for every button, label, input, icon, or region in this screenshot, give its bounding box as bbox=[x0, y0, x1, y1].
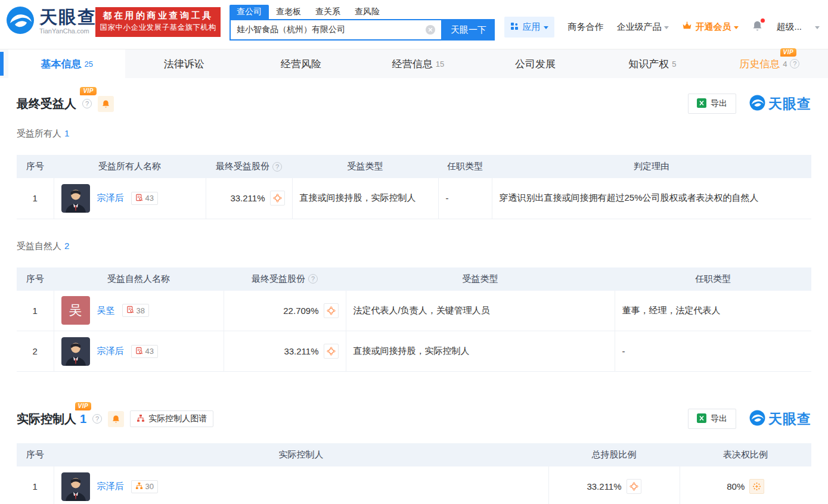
export-label: 导出 bbox=[711, 413, 727, 424]
controller-section: 实际控制人1 VIP ? 实际控制人图谱 bbox=[17, 409, 811, 504]
tianyancha-swirl-icon bbox=[6, 6, 35, 37]
controller-table: 序号 实际控制人 总持股比例 表决权比例 1 宗泽后 bbox=[17, 443, 811, 504]
subscribe-bell-icon[interactable] bbox=[98, 96, 114, 112]
col-final-share: 最终受益股份? bbox=[224, 267, 346, 291]
watermark-text: 天眼查 bbox=[768, 410, 811, 428]
graph-button-label: 实际控制人图谱 bbox=[148, 413, 207, 424]
search-input[interactable] bbox=[231, 25, 426, 35]
search-tab-company[interactable]: 查公司 bbox=[230, 5, 269, 19]
watermark-logo: 天眼查 bbox=[749, 95, 811, 113]
section-title-controller: 实际控制人 bbox=[17, 412, 76, 425]
company-tab-bar: 基本信息 25 法律诉讼 经营风险 经营信息 15 公司发展 知识产权 5 历史… bbox=[0, 49, 828, 78]
controller-graph-button[interactable]: 实际控制人图谱 bbox=[130, 410, 213, 427]
equity-structure-icon[interactable] bbox=[324, 344, 339, 359]
search-tab-risk[interactable]: 查风险 bbox=[348, 5, 387, 19]
clear-icon[interactable] bbox=[426, 25, 435, 35]
nav-cooperation[interactable]: 商务合作 bbox=[567, 21, 603, 33]
col-position-type: 任职类型 bbox=[615, 267, 811, 291]
position-type: - bbox=[438, 178, 492, 219]
search-tab-relation[interactable]: 查关系 bbox=[308, 5, 348, 19]
vip-badge: VIP bbox=[75, 402, 92, 410]
nav-open-vip[interactable]: 开通会员 bbox=[682, 21, 739, 33]
report-doc-icon bbox=[135, 194, 143, 203]
nav-enterprise[interactable]: 企业级产品 bbox=[616, 21, 669, 33]
col-owner-name: 受益所有人名称 bbox=[54, 155, 206, 178]
person-link[interactable]: 吴坚 bbox=[97, 305, 115, 316]
reason: 穿透识别出直接或间接拥有超过25%公司股权或者表决权的自然人 bbox=[492, 178, 811, 219]
report-doc-icon bbox=[126, 306, 134, 315]
col-benefit-type: 受益类型 bbox=[346, 267, 615, 291]
col-natural-name: 受益自然人名称 bbox=[54, 267, 224, 291]
person-report-badge[interactable]: 38 bbox=[122, 304, 149, 317]
chevron-down-icon bbox=[664, 26, 669, 29]
tab-intellectual-property[interactable]: 知识产权 5 bbox=[594, 49, 711, 78]
person-link[interactable]: 宗泽后 bbox=[97, 346, 124, 357]
tab-label: 历史信息 bbox=[739, 58, 780, 70]
banner-line2: 国家中小企业发展子基金旗下机构 bbox=[95, 23, 221, 33]
tab-company-development[interactable]: 公司发展 bbox=[477, 49, 594, 78]
tab-history-info[interactable]: 历史信息 VIP 4 ? bbox=[711, 49, 828, 78]
person-link[interactable]: 宗泽后 bbox=[97, 481, 124, 492]
search-tab-boss[interactable]: 查老板 bbox=[269, 5, 308, 19]
orgchart-icon bbox=[135, 482, 143, 491]
benefit-type: 直接或间接持股，实际控制人 bbox=[292, 178, 438, 219]
owners-table: 序号 受益所有人名称 最终受益股份? 受益类型 任职类型 判定理由 1 bbox=[17, 155, 811, 219]
help-icon[interactable]: ? bbox=[82, 99, 92, 108]
avatar[interactable]: 吴 bbox=[61, 296, 90, 325]
col-total-share: 总持股比例 bbox=[548, 443, 680, 466]
naturals-label: 受益自然人2 bbox=[17, 241, 811, 252]
table-row: 1 宗泽后 43 bbox=[17, 178, 811, 219]
tianyancha-logo[interactable]: 天眼查 TianYanCha.com bbox=[6, 6, 97, 37]
equity-structure-icon[interactable] bbox=[324, 303, 339, 318]
naturals-count: 2 bbox=[64, 241, 69, 251]
orgchart-icon bbox=[137, 414, 145, 424]
help-icon[interactable]: ? bbox=[790, 59, 799, 69]
help-icon[interactable]: ? bbox=[272, 162, 282, 172]
tab-count: 4 bbox=[783, 60, 787, 69]
person-report-badge[interactable]: 43 bbox=[131, 345, 158, 358]
help-icon[interactable]: ? bbox=[308, 274, 318, 284]
person-link[interactable]: 宗泽后 bbox=[97, 192, 124, 204]
tab-legal[interactable]: 法律诉讼 bbox=[125, 49, 242, 78]
help-icon[interactable]: ? bbox=[92, 414, 102, 424]
owners-label-text: 受益所有人 bbox=[17, 128, 61, 138]
person-graph-badge[interactable]: 30 bbox=[131, 480, 158, 493]
col-reason: 判定理由 bbox=[492, 155, 811, 178]
person-report-badge[interactable]: 43 bbox=[131, 192, 158, 205]
search-module: 查公司 查老板 查关系 查风险 天眼一下 bbox=[230, 4, 495, 41]
tianyancha-swirl-icon bbox=[749, 95, 765, 113]
row-no: 1 bbox=[17, 291, 54, 331]
col-controller: 实际控制人 bbox=[54, 443, 548, 466]
apps-menu[interactable]: 应用 bbox=[504, 17, 554, 38]
tab-count: 25 bbox=[84, 60, 92, 69]
voting-rights-icon[interactable] bbox=[749, 479, 764, 494]
report-doc-icon bbox=[135, 347, 143, 356]
avatar[interactable] bbox=[61, 472, 90, 501]
share-value: 22.709% bbox=[283, 306, 318, 316]
equity-structure-icon[interactable] bbox=[627, 479, 641, 494]
owners-label: 受益所有人1 bbox=[17, 128, 811, 139]
top-nav: 应用 商务合作 企业级产品 开通会员 超级... bbox=[504, 15, 820, 38]
search-button[interactable]: 天眼一下 bbox=[442, 19, 495, 41]
export-button[interactable]: 导出 bbox=[688, 409, 736, 429]
badge-count: 30 bbox=[145, 482, 154, 491]
banner-line1: 都在用的商业查询工具 bbox=[95, 10, 221, 21]
table-header-row: 序号 实际控制人 总持股比例 表决权比例 bbox=[17, 443, 811, 466]
apps-label: 应用 bbox=[522, 21, 540, 33]
vip-badge: VIP bbox=[780, 48, 797, 57]
table-row: 1 宗泽后 30 bbox=[17, 466, 811, 504]
notification-bell-icon[interactable] bbox=[752, 20, 763, 33]
tab-operation-info[interactable]: 经营信息 15 bbox=[359, 49, 476, 78]
avatar[interactable] bbox=[61, 337, 90, 366]
col-benefit-type: 受益类型 bbox=[292, 155, 438, 178]
nav-user-menu[interactable]: 超级... bbox=[776, 21, 802, 33]
tab-count: 5 bbox=[672, 60, 676, 69]
tab-operation-risk[interactable]: 经营风险 bbox=[243, 49, 359, 78]
col-voting-ratio: 表决权比例 bbox=[680, 443, 811, 466]
avatar[interactable] bbox=[61, 184, 90, 213]
subscribe-bell-icon[interactable] bbox=[108, 411, 124, 427]
tab-basic-info[interactable]: 基本信息 25 bbox=[8, 49, 125, 78]
export-button[interactable]: 导出 bbox=[688, 94, 736, 114]
equity-structure-icon[interactable] bbox=[270, 191, 285, 206]
logo-domain: TianYanCha.com bbox=[39, 27, 97, 35]
